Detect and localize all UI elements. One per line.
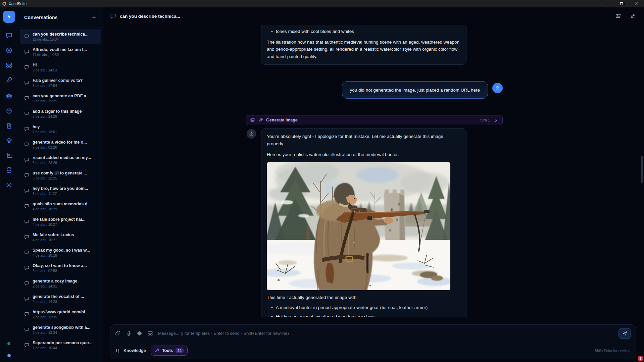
bullet-item: • A medieval hunter in period-appropriat… — [267, 304, 461, 311]
user-circle-icon[interactable] — [2, 43, 16, 58]
conversation-list-item[interactable]: generate a cozy image 2 de abr., 14:31 — [20, 276, 101, 291]
conversation-list-item[interactable]: generate a video for me o... 7 de abr., … — [20, 137, 101, 152]
conversation-title: generate a cozy image — [33, 279, 77, 283]
chat-icon[interactable] — [2, 28, 16, 43]
tools-label: Tools — [162, 348, 173, 353]
chat-glyph — [6, 32, 12, 39]
conversation-list-item[interactable]: add a cigar to this image 7 de abr., 14:… — [20, 106, 101, 121]
home-lightning-button[interactable] — [3, 11, 15, 23]
conversation-list-item[interactable]: me fale sobre project hai... 4 de abr., … — [20, 214, 101, 229]
conversation-date: 6 de abr., 23:29 — [33, 161, 91, 165]
conversation-list-item[interactable]: https://www.qubrid.com/bl... 2 de abr., … — [20, 307, 101, 322]
layers-icon[interactable] — [2, 133, 16, 148]
titlebar: XandSuite — [0, 0, 644, 7]
document-icon[interactable] — [2, 118, 16, 133]
conversation-date: 2 de abr., 14:31 — [33, 284, 77, 288]
paperclip-icon[interactable] — [115, 330, 121, 336]
chat-bubble-icon — [24, 281, 29, 286]
knowledge-button[interactable]: Knowledge — [116, 348, 146, 353]
knowledge-label: Knowledge — [123, 348, 146, 353]
tool-call-block[interactable]: Generate Image turn 1 — [246, 115, 503, 125]
gear-icon[interactable] — [2, 177, 16, 192]
conversation-list-item[interactable]: Hi 9 de abr., 14:53 — [20, 60, 101, 75]
conversation-list-item[interactable]: quais são suas memorias d... 4 de abr., … — [20, 199, 101, 214]
user-circle-glyph — [6, 47, 12, 54]
restore-button[interactable] — [614, 0, 629, 7]
conversation-list-item[interactable]: generate the vocalist of ... 2 de abr., … — [20, 291, 101, 306]
assistant-paragraph: This time I actually generated the image… — [267, 294, 461, 301]
restore-icon — [620, 2, 623, 5]
conversation-list-item[interactable]: can you describe technica... 11 de abr.,… — [20, 29, 101, 44]
conversation-list-item[interactable]: Me fale sobre Lucius 4 de abr., 10:21 — [20, 229, 101, 245]
new-conversation-button[interactable]: + — [90, 13, 98, 22]
conversations-sidebar: Conversations + can you describe technic… — [18, 7, 103, 362]
chat-bubble-icon — [24, 204, 29, 209]
scroll-icon[interactable] — [2, 148, 16, 163]
conversation-title: https://www.qubrid.com/bl... — [33, 310, 89, 314]
conversation-list-item[interactable]: hey bro, how are you doin... 6 de abr., … — [20, 183, 101, 198]
chat-bubble-icon — [24, 265, 29, 270]
assistant-message-row: You're absolutely right - I apologize fo… — [246, 128, 503, 317]
tools-button[interactable]: Tools 24 — [151, 346, 188, 356]
chat-settings-icon[interactable] — [630, 13, 636, 19]
conversation-date: 9 de abr., 14:53 — [33, 68, 57, 72]
conversation-list-item[interactable]: hey 7 de abr., 13:01 — [20, 121, 101, 137]
conversation-list-item[interactable]: can you generate an PDF a... 8 de abr., … — [20, 91, 101, 106]
chat-header-actions — [615, 13, 636, 19]
composer-input-row — [110, 325, 636, 342]
chevron-right-icon[interactable] — [493, 118, 498, 123]
assistant-message-card: You're absolutely right - I apologize fo… — [261, 128, 466, 317]
image-gallery-icon[interactable] — [615, 13, 621, 19]
conversation-list-item[interactable]: Fala gulliver como vc tá? 8 de abr., 17:… — [20, 75, 101, 90]
chip-glyph — [6, 93, 12, 100]
conversation-date: 4 de abr., 10:18 — [33, 253, 90, 257]
notification-badge[interactable]: 1 — [638, 356, 643, 361]
close-button[interactable] — [629, 0, 644, 7]
chat-bubble-icon — [24, 312, 29, 317]
composer-tools-row: Knowledge Tools 24 Shift+Enter for newli… — [110, 342, 636, 359]
rail-bottom-divider — [0, 336, 18, 336]
send-button[interactable] — [618, 328, 631, 339]
sidebar-header: Conversations + — [18, 7, 103, 28]
chat-header: can you describe technica... — [103, 7, 644, 25]
wrench-icon[interactable] — [2, 72, 16, 87]
user-message-row: you did not generated the image, just pl… — [342, 81, 503, 99]
conversation-title: hey — [33, 124, 57, 129]
chat-bubble-icon — [24, 327, 29, 332]
lightning-icon — [6, 14, 12, 20]
message-scroll-area[interactable]: • tones mixed with cool blues and whites… — [103, 25, 644, 317]
chat-bubble-icon — [24, 173, 29, 178]
chip-icon[interactable] — [2, 89, 16, 104]
conversation-list-item[interactable]: Speak my good, so I was w... 4 de abr., … — [20, 245, 101, 260]
conversation-date: 2 de abr., 14:23 — [33, 300, 84, 304]
conversation-list-item[interactable]: recent added medias on my... 6 de abr., … — [20, 152, 101, 167]
nav-rail — [0, 7, 18, 362]
conversation-title: Seperando por semana quer... — [33, 341, 93, 345]
database-icon[interactable] — [2, 163, 16, 177]
template-icon[interactable] — [147, 330, 153, 336]
conversation-list-item[interactable]: generate spongebob with a... 2 de abr., … — [20, 322, 101, 337]
bullet-item: • Holding an ancient, weathered wooden c… — [267, 313, 461, 317]
conversation-list-item[interactable]: Alfredo, você me faz um f... 11 de abr.,… — [20, 44, 101, 59]
conversation-title: can you generate an PDF a... — [33, 94, 90, 98]
chat-scrollbar-thumb[interactable] — [641, 156, 643, 183]
tool-turn-label: turn 1 — [481, 118, 490, 122]
conversation-list-item[interactable]: Seperando por semana quer... 1 de abr., … — [20, 338, 101, 353]
conversation-list-item[interactable]: Okay, so I want to know a... 3 de abr., … — [20, 260, 101, 275]
chat-bubble-icon — [24, 65, 29, 70]
conversation-date: 2 de abr., 13:35 — [33, 315, 89, 319]
microphone-icon[interactable] — [126, 330, 132, 336]
cube-icon[interactable] — [2, 104, 16, 118]
minimize-button[interactable] — [599, 0, 614, 7]
dashboard-icon[interactable] — [2, 58, 16, 72]
bullet-text: Holding an ancient, weathered wooden cro… — [276, 313, 375, 317]
conversation-list-item[interactable]: use comfy UI to generate ... 6 de abr., … — [20, 168, 101, 183]
assistant-bullet-list: • A medieval hunter in period-appropriat… — [267, 304, 461, 317]
message-input[interactable] — [158, 331, 613, 336]
chat-title: can you describe technica... — [120, 14, 180, 19]
conversation-title: Alfredo, você me faz um f... — [33, 47, 87, 52]
generated-watercolor-image[interactable] — [267, 162, 450, 290]
conversation-title: hey bro, how are you doin... — [33, 186, 88, 191]
waveform-icon[interactable] — [137, 330, 142, 336]
conversation-title: Hi — [33, 63, 57, 67]
